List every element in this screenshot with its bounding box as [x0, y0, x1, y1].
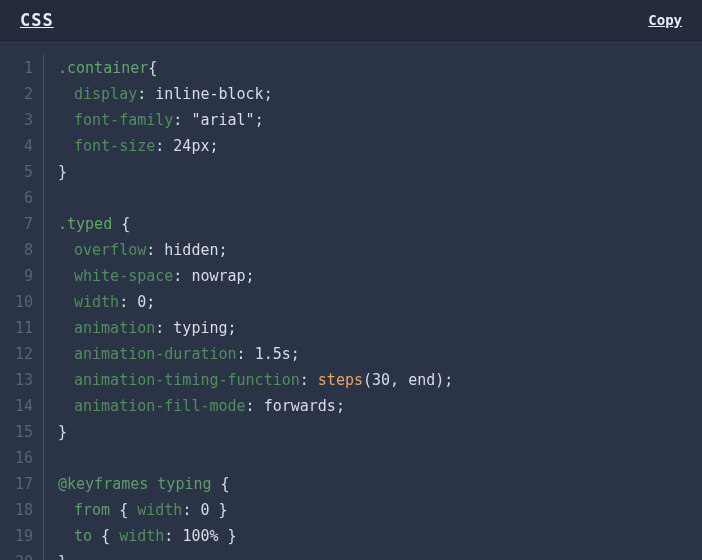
token-punc: ; [219, 241, 228, 259]
line-number: 8 [8, 237, 33, 263]
token-punc: : [246, 397, 264, 415]
token-punc: } [58, 423, 67, 441]
token-punc: : [173, 111, 191, 129]
code-line: } [58, 549, 453, 560]
token-prop: width [119, 527, 164, 545]
token-sel: .typed [58, 215, 121, 233]
token-prop: animation-timing-function [74, 371, 300, 389]
token-val: hidden [164, 241, 218, 259]
token-prop: width [137, 501, 182, 519]
token-prop: white-space [74, 267, 173, 285]
token-val: inline-block [155, 85, 263, 103]
line-number: 10 [8, 289, 33, 315]
code-line: } [58, 419, 453, 445]
token-punc: { [148, 59, 157, 77]
line-number: 12 [8, 341, 33, 367]
code-editor: 1234567891011121314151617181920 .contain… [0, 41, 702, 560]
token-num: 100% [182, 527, 218, 545]
token-punc: : [300, 371, 318, 389]
line-number: 3 [8, 107, 33, 133]
token-prop: animation-fill-mode [74, 397, 246, 415]
code-line: font-family: "arial"; [58, 107, 453, 133]
code-line: animation-fill-mode: forwards; [58, 393, 453, 419]
line-number: 4 [8, 133, 33, 159]
token-punc: ; [209, 137, 218, 155]
copy-button[interactable]: Copy [648, 12, 682, 28]
token-punc: ; [255, 111, 264, 129]
token-punc: ; [246, 267, 255, 285]
line-number: 5 [8, 159, 33, 185]
token-punc: : [173, 267, 191, 285]
token-num: 0 [137, 293, 146, 311]
token-prop: font-family [74, 111, 173, 129]
token-punc: : [182, 501, 200, 519]
token-punc: } [58, 553, 67, 560]
token-punc: : [137, 85, 155, 103]
code-line: overflow: hidden; [58, 237, 453, 263]
line-number: 7 [8, 211, 33, 237]
code-line: white-space: nowrap; [58, 263, 453, 289]
line-number: 13 [8, 367, 33, 393]
token-sel: .container [58, 59, 148, 77]
token-punc: : [155, 319, 173, 337]
token-punc: ; [336, 397, 345, 415]
token-punc: { [101, 527, 119, 545]
token-punc: } [58, 163, 67, 181]
token-punc: ; [146, 293, 155, 311]
code-line: .container{ [58, 55, 453, 81]
token-punc: , [390, 371, 408, 389]
line-number: 14 [8, 393, 33, 419]
code-content: .container{display: inline-block;font-fa… [44, 55, 453, 560]
token-punc: { [121, 215, 130, 233]
line-number: 18 [8, 497, 33, 523]
code-line: .typed { [58, 211, 453, 237]
line-number: 17 [8, 471, 33, 497]
token-punc: } [219, 527, 237, 545]
token-punc: ; [264, 85, 273, 103]
token-punc: : [237, 345, 255, 363]
token-punc: ) [435, 371, 444, 389]
token-kw: to [74, 527, 101, 545]
line-number: 20 [8, 549, 33, 560]
token-kw: @keyframes typing [58, 475, 221, 493]
line-number: 16 [8, 445, 33, 471]
token-kw: from [74, 501, 119, 519]
token-punc: : [119, 293, 137, 311]
line-number: 11 [8, 315, 33, 341]
token-punc: : [146, 241, 164, 259]
code-line: animation: typing; [58, 315, 453, 341]
token-punc: ; [228, 319, 237, 337]
token-punc: } [209, 501, 227, 519]
token-punc: { [119, 501, 137, 519]
token-prop: overflow [74, 241, 146, 259]
token-prop: animation [74, 319, 155, 337]
code-line: animation-timing-function: steps(30, end… [58, 367, 453, 393]
code-line: } [58, 159, 453, 185]
token-val: forwards [264, 397, 336, 415]
token-num: 30 [372, 371, 390, 389]
token-str: "arial" [191, 111, 254, 129]
code-header: CSS Copy [0, 0, 702, 41]
token-prop: animation-duration [74, 345, 237, 363]
code-line: display: inline-block; [58, 81, 453, 107]
line-number: 19 [8, 523, 33, 549]
token-punc: : [164, 527, 182, 545]
token-num: 24px [173, 137, 209, 155]
line-number: 6 [8, 185, 33, 211]
code-line: to { width: 100% } [58, 523, 453, 549]
line-number: 1 [8, 55, 33, 81]
token-punc: ; [291, 345, 300, 363]
line-number: 9 [8, 263, 33, 289]
token-punc: : [155, 137, 173, 155]
code-line: from { width: 0 } [58, 497, 453, 523]
code-line: width: 0; [58, 289, 453, 315]
code-line: font-size: 24px; [58, 133, 453, 159]
code-line [58, 185, 453, 211]
token-punc: ; [444, 371, 453, 389]
token-val: typing [173, 319, 227, 337]
code-line: @keyframes typing { [58, 471, 453, 497]
token-fn: steps [318, 371, 363, 389]
token-prop: width [74, 293, 119, 311]
token-num: 1.5s [255, 345, 291, 363]
token-punc: { [221, 475, 230, 493]
